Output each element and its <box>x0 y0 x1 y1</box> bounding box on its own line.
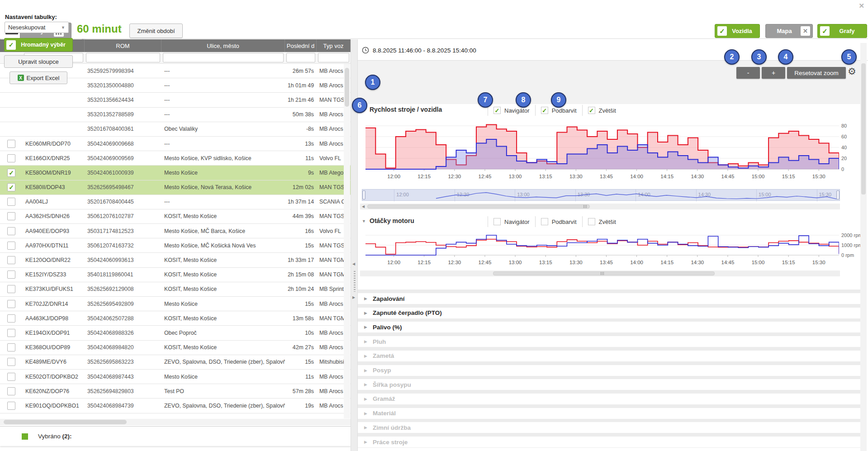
table-row[interactable]: KE489ME/DVY6352625695863223ZEVO, Spalovn… <box>0 355 351 370</box>
table-row[interactable]: KE901OQ/DOPKBO1350424068984739ZEVO, Spal… <box>0 399 351 413</box>
table-row[interactable]: KE620NZ/DOP76352625694829803Test PO57m 2… <box>0 384 351 399</box>
rpm-chart[interactable] <box>365 231 839 259</box>
table-vertical-scrollbar-thumb[interactable] <box>345 68 349 107</box>
reset-zoom-button[interactable]: Resetovat zoom <box>787 67 846 79</box>
table-row[interactable]: KE580OM/DNR19350424061000939Mesto Košice… <box>0 166 351 180</box>
section-header[interactable]: ▶Zimní údržba <box>358 422 860 433</box>
collapse-right-icon[interactable]: ▶ <box>352 295 355 299</box>
row-checkbox[interactable] <box>7 387 15 395</box>
grouping-select[interactable]: Neseskupovat ▼ <box>5 22 69 33</box>
chart-toggle[interactable]: Zvětšit <box>582 216 621 227</box>
bulk-select-button[interactable]: ✓ Hromadný výběr <box>4 38 73 52</box>
speed-chart[interactable] <box>365 120 839 172</box>
checked-checkbox[interactable]: ✓ <box>493 107 501 114</box>
table-row[interactable]: KE702JZ/DNR14352625695492809Mesto Košice… <box>0 297 351 311</box>
row-checkbox[interactable] <box>7 271 15 279</box>
row-checkbox[interactable] <box>7 314 15 323</box>
column-header-last[interactable]: Poslední d <box>285 39 317 52</box>
chart-toggle[interactable]: ✓Navigátor <box>488 105 535 116</box>
row-checkbox[interactable] <box>7 242 15 250</box>
section-header[interactable]: ▶Palivo (%) <box>358 322 860 332</box>
unchecked-checkbox[interactable] <box>493 218 501 225</box>
row-checkbox[interactable] <box>7 300 15 308</box>
scroll-left-icon[interactable]: ◀ <box>362 204 365 209</box>
table-row[interactable]: KE580II/DOP43352625695498467Mesto Košice… <box>0 180 351 195</box>
table-row[interactable]: 353201352788589---50m 38sMB Arocs <box>0 108 351 122</box>
table-row[interactable]: AA362HS/DNH26350612076102787KOSIT, Mesto… <box>0 209 351 224</box>
checked-checkbox[interactable]: ✓ <box>588 107 595 114</box>
panel-vertical-scrollbar-thumb[interactable] <box>861 63 866 195</box>
row-checkbox[interactable] <box>7 140 15 148</box>
filter-type-input[interactable] <box>318 53 349 62</box>
table-row[interactable]: KE373KU/DFUKS1352625692129008KOSIT, Mest… <box>0 282 351 297</box>
change-period-button[interactable]: Změnit období <box>129 24 183 38</box>
chart-navigator[interactable]: 12:0012:3013:0013:3014:0014:3015:0015:30 <box>362 189 840 201</box>
splitter-grip[interactable] <box>354 271 356 292</box>
row-checkbox[interactable] <box>7 358 15 366</box>
table-row[interactable]: 352016708400361Obec Valaliky-8sMB Arocs <box>0 122 351 137</box>
table-row[interactable]: KE368OU/DOP89350424068984820KOSIT, Mesto… <box>0 341 351 355</box>
row-checkbox[interactable] <box>7 373 15 381</box>
section-header[interactable]: ▶Práce stroje <box>358 437 860 447</box>
collapse-left-icon[interactable]: ◀ <box>352 262 355 266</box>
table-row[interactable]: KE060MR/DOP70350424069009668---13sMB Aro… <box>0 137 351 151</box>
table-row[interactable]: KE152IY/DSZ33354018119860041KOSIT, Mesto… <box>0 268 351 282</box>
section-header[interactable]: ▶Materiál <box>358 408 860 419</box>
row-checkbox[interactable] <box>7 227 15 235</box>
filter-rom-input[interactable] <box>86 53 160 62</box>
unchecked-checkbox[interactable] <box>541 218 548 225</box>
section-header[interactable]: ▶Zapalování <box>358 293 860 304</box>
scrollbar-thumb[interactable] <box>367 204 590 209</box>
filter-street-input[interactable] <box>163 53 284 62</box>
section-header[interactable]: ▶Pluh <box>358 336 860 347</box>
row-checkbox[interactable] <box>7 212 15 220</box>
column-header-rom[interactable]: ROM <box>85 39 161 52</box>
navigator-left-handle[interactable] <box>362 190 365 199</box>
chart-toggle[interactable]: Podbarvit <box>535 216 582 227</box>
chart-toggle[interactable]: ✓Zvětšit <box>582 105 621 116</box>
table-row[interactable]: AA970HX/DTN11350612074163732Mesto Košice… <box>0 238 351 253</box>
row-checkbox[interactable] <box>7 329 15 337</box>
section-header[interactable]: ▶Šířka posypu <box>358 379 860 390</box>
zoom-in-button[interactable]: + <box>762 67 785 79</box>
unchecked-checkbox[interactable] <box>588 218 595 225</box>
section-header[interactable]: ▶Posyp <box>358 365 860 376</box>
row-checkbox[interactable] <box>7 256 15 264</box>
table-row[interactable]: KE166OX/DNR25350424069009569Mesto Košice… <box>0 151 351 166</box>
chart1-scrollbar[interactable]: ◀ <box>360 204 840 209</box>
table-row[interactable]: KE502OT/DOPKBO2350424068987443Mesto Koši… <box>0 370 351 384</box>
vozidla-toggle-button[interactable]: ✓ Vozidla <box>715 24 760 38</box>
mapa-toggle-button[interactable]: Mapa ✕ <box>765 24 813 38</box>
table-row[interactable]: AA004LJ352016708400445---1h 37m 14SCANIA… <box>0 195 351 209</box>
row-checkbox[interactable] <box>7 169 15 177</box>
table-vertical-scrollbar[interactable] <box>344 64 350 418</box>
chart2-collapse-icon[interactable]: ▼ <box>362 219 366 223</box>
row-checkbox[interactable] <box>7 402 15 410</box>
popup-close-icon[interactable]: ✕ <box>859 2 864 10</box>
chart-toggle[interactable]: Navigátor <box>488 216 535 227</box>
row-checkbox[interactable] <box>7 154 15 162</box>
zoom-out-button[interactable]: - <box>736 67 760 79</box>
column-header-street[interactable]: Ulice, město <box>161 39 285 52</box>
section-header[interactable]: ▶Gramáž <box>358 394 860 404</box>
section-header[interactable]: ▶Zametá <box>358 351 860 361</box>
table-row[interactable]: AA463KJ/DOP98350424062507288KOSIT, Mesto… <box>0 311 351 326</box>
navigator-right-handle[interactable] <box>836 190 840 199</box>
grafy-toggle-button[interactable]: ✓ Grafy <box>817 24 867 38</box>
checked-checkbox[interactable]: ✓ <box>541 107 548 114</box>
table-row[interactable]: 353201356624434---1h 21m 46MAN TGS <box>0 93 351 107</box>
table-row[interactable]: KE120OO/DNR22350424060993613KOSIT, Mesto… <box>0 253 351 267</box>
row-checkbox[interactable] <box>7 198 15 206</box>
export-excel-button[interactable]: X Export Excel <box>9 71 67 84</box>
row-checkbox[interactable] <box>7 343 15 351</box>
table-horizontal-scrollbar-thumb[interactable] <box>4 420 127 424</box>
row-checkbox[interactable] <box>7 285 15 293</box>
row-checkbox[interactable] <box>7 183 15 191</box>
column-header-type[interactable]: Typ voz <box>317 39 351 52</box>
table-row[interactable]: AA940EE/DOP93350317174812523Mesto Košice… <box>0 224 351 238</box>
filter-last-input[interactable] <box>286 53 315 62</box>
chart2-scrollbar[interactable] <box>360 271 840 276</box>
edit-columns-button[interactable]: Upravit sloupce <box>4 55 73 68</box>
table-row[interactable]: KE194OX/DOP91350424068988326Obec Poproč1… <box>0 326 351 340</box>
section-header[interactable]: ▶Zapnuté čerpadlo (PTO) <box>358 308 860 318</box>
